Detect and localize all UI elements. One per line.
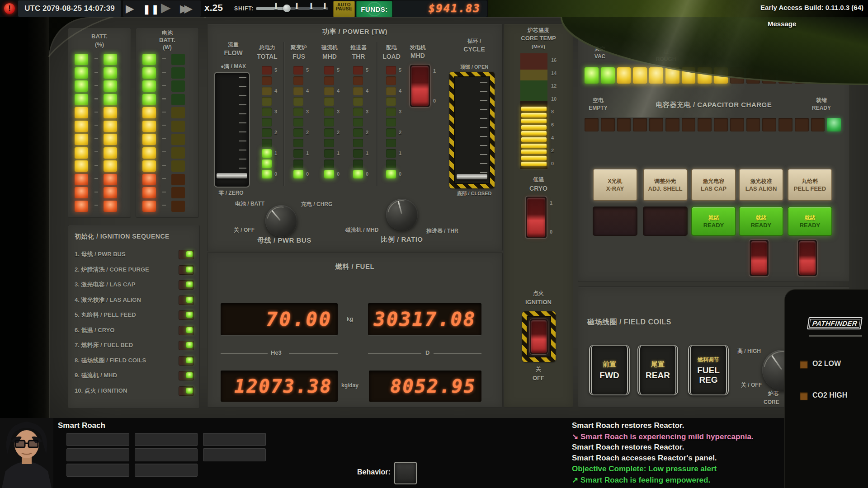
ignition-switch-frame — [522, 311, 556, 362]
core-temp-zone-warn — [520, 70, 547, 80]
ignition-item-label: 4. 激光校准 / LAS ALIGN — [75, 296, 194, 305]
battery-led — [104, 134, 117, 145]
ignition-sequence-item: 8. 磁场线圈 / FIELD COILS — [75, 356, 194, 368]
ignition-off-cn: 关 — [504, 366, 573, 373]
ratio-mhd-label: 磁流机 / MHD — [345, 226, 378, 234]
field-coil-button-fwd[interactable]: 前置FWD — [589, 345, 630, 395]
he3-amount: 70.00 — [266, 308, 332, 330]
battery-led — [142, 160, 156, 172]
indicator-button-pell-feed[interactable]: 丸给料PELL FEED — [788, 169, 832, 201]
ignition-item-label: 8. 磁场线圈 / FIELD COILS — [75, 356, 194, 365]
core-temp-led — [521, 144, 547, 148]
cycle-label: CYCLE — [454, 46, 495, 53]
field-coil-button-rear[interactable]: 尾置REAR — [637, 345, 678, 395]
gauge-tick: 3 — [274, 109, 277, 114]
ignition-item-led — [186, 267, 193, 272]
fastest-forward-button[interactable]: ▶▶ — [180, 0, 189, 17]
battery-led — [142, 147, 156, 159]
shift-tick-icon[interactable]: I — [295, 1, 299, 11]
ratio-knob[interactable] — [386, 199, 418, 230]
indicator-button-las-align[interactable]: 激光校准LAS ALIGN — [739, 169, 783, 201]
gauge-led — [293, 76, 303, 85]
battery-led — [104, 201, 117, 212]
indicator-label: ADJ. SHELL — [648, 185, 683, 192]
ready-button[interactable]: 就绪READY — [691, 206, 736, 236]
battery-led — [171, 67, 185, 79]
shift-tick-icon[interactable]: I — [274, 1, 278, 11]
he3-label: He3 — [271, 349, 282, 356]
cycle-slider-handle[interactable] — [457, 174, 487, 179]
battery-led — [142, 94, 156, 105]
gauge-led — [353, 139, 363, 147]
ready-label-cn: 就绪 — [756, 214, 767, 222]
gauge-led — [386, 118, 396, 127]
auto-pause-toggle[interactable]: AUTO PAUSE — [333, 1, 355, 17]
gauge-led — [386, 128, 396, 137]
shift-tick-icon[interactable]: I — [309, 1, 313, 11]
field-coil-label: REAR — [646, 371, 670, 380]
batt2-title-cn: 电池 — [136, 29, 198, 37]
gauge-led — [293, 149, 303, 158]
divider — [377, 42, 377, 186]
field-coil-label: FUEL REG — [697, 366, 720, 385]
core-temp-gauge — [521, 107, 547, 168]
blank-indicator-button[interactable] — [643, 206, 688, 236]
aux-switch-1[interactable] — [749, 239, 769, 277]
gauge-tick: 3 — [366, 109, 368, 114]
cryo-switch[interactable]: 1 0 — [525, 196, 547, 239]
indicator-label-cn: 调整外壳 — [655, 178, 676, 185]
ignition-sequence-item: 9. 磁流机 / MHD — [75, 371, 194, 383]
blank-indicator-button[interactable] — [593, 206, 637, 236]
mhd-switch-label: MHD — [402, 52, 434, 59]
indicator-button-adj-shell[interactable]: 调整外壳ADJ. SHELL — [643, 169, 688, 201]
ignition-item-led — [186, 312, 193, 318]
ignition-switch[interactable] — [529, 319, 548, 355]
ignition-item-led — [186, 342, 193, 348]
shift-tick-icon[interactable]: I — [323, 1, 327, 11]
batt2-gauge — [136, 52, 198, 215]
ready-button[interactable]: 就绪READY — [788, 206, 832, 236]
fast-forward-button[interactable]: ▶ — [161, 0, 171, 16]
aux-switch-2[interactable] — [797, 239, 818, 277]
pwr-bus-knob[interactable] — [265, 205, 297, 237]
ignition-item-label: 10. 点火 / IGNITION — [75, 386, 194, 395]
ignition-item-led — [186, 251, 193, 257]
ignition-sequence-item: 2. 炉膛清洗 / CORE PURGE — [75, 265, 194, 277]
pause-button[interactable]: ❚❚ — [143, 0, 160, 18]
gauge-led — [386, 76, 396, 85]
gauge-led — [293, 160, 303, 168]
core-temp-tick: 14 — [551, 70, 557, 76]
core-temp-strip: 炉芯温度 CORE TEMP (MeV) 1614121086420 低温 CR… — [504, 23, 573, 408]
battery-led — [75, 134, 88, 145]
gauge-led — [353, 76, 363, 85]
coils-core-label: CORE — [764, 399, 779, 405]
alert-icon[interactable]: ! — [2, 1, 17, 16]
ready-button[interactable]: 就绪READY — [739, 206, 783, 236]
divider — [283, 42, 284, 186]
he3-amount-display: 70.00 — [221, 303, 338, 335]
field-coil-button-fuel-reg[interactable]: 燃料调节FUEL REG — [688, 345, 729, 395]
cycle-slider[interactable] — [454, 76, 490, 184]
indicator-button-las-cap[interactable]: 激光电容LAS CAP — [691, 169, 736, 201]
funds-button[interactable]: FUNDS: — [356, 1, 392, 17]
gauge-led — [293, 128, 303, 137]
gauge-tick: 4 — [399, 88, 401, 94]
gauge-led — [353, 97, 363, 106]
gauge-led — [262, 139, 272, 147]
ready-label: READY — [703, 222, 724, 229]
ignition-sequence-list: 1. 母线 / PWR BUS2. 炉膛清洗 / CORE PURGE3. 激光… — [68, 250, 199, 404]
play-button[interactable]: ▶ — [126, 0, 134, 17]
ignition-sequence-panel: 初始化 / IGNITION SEQUENCE 1. 母线 / PWR BUS2… — [68, 225, 200, 408]
gauge-led — [262, 66, 272, 75]
indicator-button-x-ray[interactable]: X光机X-RAY — [593, 169, 637, 201]
mhd-generator-switch[interactable]: 1 0 — [409, 64, 431, 108]
shift-slider-knob[interactable] — [283, 5, 291, 12]
gauge-led — [262, 160, 272, 168]
cryo-label: CRYO — [504, 185, 573, 192]
gauge-led — [324, 139, 334, 147]
core-temp-led — [521, 137, 547, 142]
battery-led — [142, 121, 156, 132]
core-temp-led — [521, 156, 547, 160]
pwrbus-batt-label: 电池 / BATT — [224, 200, 264, 208]
ignition-item-led-well — [179, 326, 194, 335]
